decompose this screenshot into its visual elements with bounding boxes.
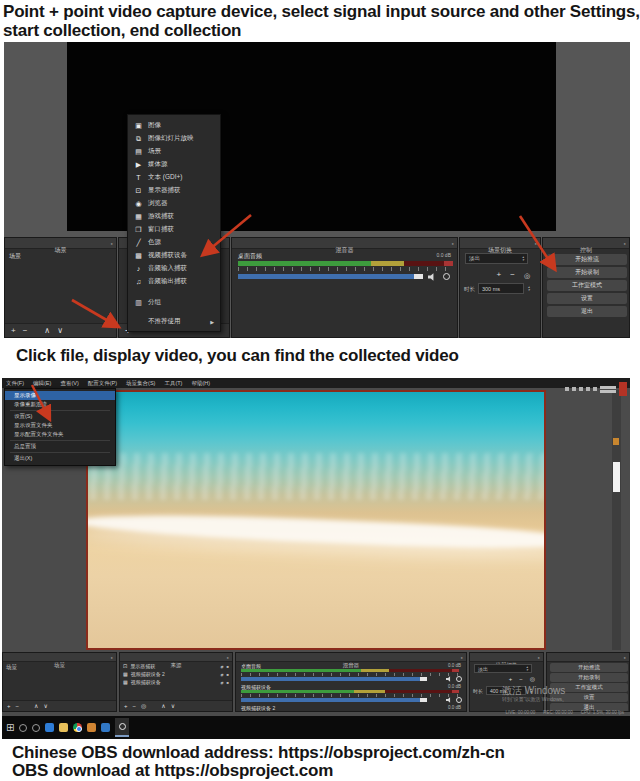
- menu-item-video-capture-device[interactable]: ▩视频捕获设备: [128, 249, 220, 262]
- lock-icon[interactable]: ■: [227, 680, 229, 685]
- store-taskbar-icon[interactable]: [101, 723, 110, 732]
- move-scene-down-button[interactable]: ∨: [57, 327, 63, 335]
- lock-icon[interactable]: ■: [227, 672, 229, 677]
- volume-slider-handle[interactable]: [414, 274, 423, 279]
- mixer-db-value: 0.0 dB: [448, 705, 461, 710]
- lock-icon[interactable]: ■: [227, 664, 229, 669]
- menu-item-group[interactable]: ▥分组: [128, 296, 220, 309]
- chrome-icon[interactable]: [73, 723, 82, 732]
- notification-icon[interactable]: [619, 382, 627, 396]
- remove-transition-button[interactable]: −: [510, 271, 515, 279]
- menu-item-slideshow[interactable]: ⧉图像幻灯片放映: [128, 132, 220, 145]
- add-transition-button[interactable]: +: [497, 271, 502, 279]
- move-source-down-button[interactable]: ∨: [171, 703, 175, 709]
- gear-icon[interactable]: [443, 273, 450, 280]
- start-streaming-button[interactable]: 开始推流: [547, 254, 627, 265]
- file-menu-remux[interactable]: 录像重新混流: [5, 400, 115, 409]
- volume-slider-handle[interactable]: [420, 677, 427, 681]
- remove-scene-button[interactable]: −: [23, 327, 28, 335]
- menu-item-game-capture[interactable]: ▦游戏捕获: [128, 210, 220, 223]
- task-view-icon[interactable]: [32, 724, 40, 732]
- add-scene-button[interactable]: +: [11, 327, 16, 335]
- eye-icon[interactable]: ◉: [220, 664, 224, 669]
- app-taskbar-icon[interactable]: [87, 723, 96, 732]
- tray-icon[interactable]: [579, 387, 583, 391]
- volume-slider[interactable]: [241, 677, 426, 681]
- menu-item-media-source[interactable]: ▶媒体源: [128, 158, 220, 171]
- tray-icon[interactable]: [572, 387, 576, 391]
- eye-icon[interactable]: ◉: [220, 680, 224, 685]
- move-source-up-button[interactable]: ∧: [161, 703, 165, 709]
- menu-item-audio-input-capture[interactable]: ♪音频输入捕获: [128, 262, 220, 275]
- source-row-video-capture-2[interactable]: ▩视频捕获设备 2 ◉■: [120, 670, 232, 678]
- exit-button[interactable]: 退出: [547, 306, 627, 317]
- source-row-video-capture[interactable]: ▩视频捕获设备 ◉■: [120, 678, 232, 686]
- menu-profile[interactable]: 配置文件(P): [88, 380, 117, 387]
- menu-item-color-source[interactable]: ╱色源: [128, 236, 220, 249]
- menu-help[interactable]: 帮助(H): [191, 380, 210, 387]
- file-explorer-icon[interactable]: [59, 723, 68, 732]
- right-edge-strip: [612, 390, 621, 650]
- transition-select[interactable]: 淡出 ▴▾: [465, 253, 528, 264]
- volume-slider[interactable]: [238, 274, 422, 279]
- menu-view[interactable]: 查看(V): [60, 380, 78, 387]
- start-recording-button[interactable]: 开始录制: [547, 267, 627, 278]
- windows-start-icon[interactable]: ⊞: [6, 723, 14, 733]
- tray-icon[interactable]: [593, 387, 597, 391]
- transition-properties-icon[interactable]: ◎: [524, 272, 530, 279]
- cortana-icon[interactable]: [19, 724, 27, 732]
- volume-slider-handle[interactable]: [420, 698, 427, 702]
- activate-windows-subtext: 转到“设置”以激活 Windows。: [502, 696, 567, 702]
- obs-taskbar-icon[interactable]: [115, 718, 129, 737]
- taskbar-clock[interactable]: [600, 386, 616, 393]
- source-properties-icon[interactable]: ◎: [141, 703, 146, 709]
- menu-item-display-capture[interactable]: ⊡显示器捕获: [128, 184, 220, 197]
- eye-icon[interactable]: ◉: [220, 672, 224, 677]
- menu-item-browser[interactable]: ◉浏览器: [128, 197, 220, 210]
- menu-item-deprecated[interactable]: 不推荐使用▶: [128, 315, 220, 328]
- duration-spinner-icon[interactable]: ▴▾: [528, 286, 530, 292]
- speaker-icon[interactable]: [446, 676, 452, 682]
- menu-item-image[interactable]: ▣图像: [128, 119, 220, 132]
- menu-item-window-capture[interactable]: ❐窗口捕获: [128, 223, 220, 236]
- menu-item-scene[interactable]: ▤场景: [128, 145, 220, 158]
- transition-select[interactable]: 淡出 ▴▾: [474, 664, 532, 673]
- studio-mode-button[interactable]: 工作室模式: [547, 280, 627, 291]
- start-recording-button[interactable]: 开始录制: [550, 673, 628, 682]
- move-scene-up-button[interactable]: ∧: [34, 703, 38, 709]
- remove-transition-button[interactable]: −: [519, 676, 523, 682]
- file-menu-exit[interactable]: 退出(X): [5, 454, 115, 463]
- remove-source-button[interactable]: −: [133, 703, 137, 709]
- file-menu-show-profile-folder[interactable]: 显示配置文件文件夹: [5, 430, 115, 439]
- transition-properties-icon[interactable]: ◎: [530, 676, 535, 682]
- tray-icon[interactable]: [565, 387, 569, 391]
- remove-scene-button[interactable]: −: [16, 703, 20, 709]
- menu-item-audio-output-capture[interactable]: ♫音频输出捕获: [128, 275, 220, 288]
- menu-item-text-gdi[interactable]: T文本 (GDI+): [128, 171, 220, 184]
- move-scene-up-button[interactable]: ∧: [44, 327, 50, 335]
- move-scene-down-button[interactable]: ∨: [43, 703, 47, 709]
- file-menu-show-settings-folder[interactable]: 显示设置文件夹: [5, 421, 115, 430]
- add-transition-button[interactable]: +: [509, 676, 513, 682]
- menu-edit[interactable]: 编辑(E): [33, 380, 51, 387]
- gear-icon[interactable]: [456, 676, 462, 682]
- duration-input[interactable]: 300 ms: [478, 283, 524, 294]
- file-menu-show-recordings[interactable]: 显示录像: [5, 391, 115, 400]
- menu-separator: [10, 452, 110, 453]
- speaker-icon[interactable]: [446, 697, 452, 703]
- tray-icon[interactable]: [586, 387, 590, 391]
- menu-file[interactable]: 文件(F): [6, 380, 24, 387]
- file-menu-settings[interactable]: 设置(S): [5, 412, 115, 421]
- volume-slider[interactable]: [241, 698, 426, 702]
- settings-button[interactable]: 设置: [547, 293, 627, 304]
- file-menu-always-on-top[interactable]: 总是置顶: [5, 442, 115, 451]
- scrollbar-thumb[interactable]: [613, 462, 620, 492]
- menu-tools[interactable]: 工具(T): [164, 380, 182, 387]
- menu-scene-collection[interactable]: 场景集合(S): [126, 380, 155, 387]
- add-scene-button[interactable]: +: [7, 703, 11, 709]
- gear-icon[interactable]: [456, 697, 462, 703]
- add-source-button[interactable]: +: [124, 703, 128, 709]
- start-streaming-button[interactable]: 开始推流: [550, 663, 628, 672]
- edge-taskbar-icon[interactable]: [45, 723, 54, 732]
- speaker-icon[interactable]: [428, 273, 436, 281]
